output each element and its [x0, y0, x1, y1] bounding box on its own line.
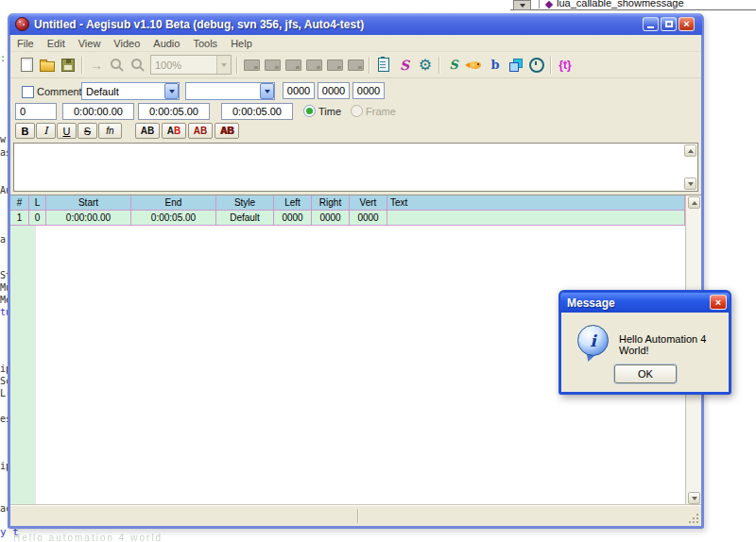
minimize-icon — [647, 26, 654, 28]
open-file-icon[interactable] — [37, 55, 58, 76]
subtitle-text-area[interactable] — [13, 143, 698, 192]
menu-item-video[interactable]: Video — [107, 38, 146, 49]
margin-field-1[interactable]: 0000 — [283, 82, 315, 99]
close-icon: × — [715, 297, 721, 308]
video-tool-icon-1 — [241, 55, 262, 76]
primary-color-button[interactable]: AB — [135, 123, 160, 139]
bold-button[interactable]: B — [15, 123, 35, 139]
grid-column-num: # — [10, 195, 29, 211]
time-radio-label: Time — [318, 106, 341, 117]
font-button[interactable]: fn — [98, 123, 122, 139]
cell-num: 1 — [10, 211, 29, 226]
margin-fields: 000000000000 — [283, 82, 385, 99]
video-tool-icon-4 — [303, 55, 324, 76]
shift-times-clock-icon[interactable] — [526, 55, 547, 76]
cell-start: 0:00:00.00 — [46, 211, 131, 226]
resize-grip[interactable] — [688, 513, 700, 525]
message-dialog: Message × i Hello Automation 4 World! OK — [558, 290, 731, 395]
zoom-in-icon — [107, 55, 128, 76]
end-time-field[interactable]: 0:00:05.00 — [138, 103, 210, 120]
actor-dropdown[interactable] — [185, 82, 275, 100]
save-file-icon[interactable] — [58, 55, 78, 76]
options-gear-icon[interactable] — [415, 55, 436, 76]
dialog-title: Message — [560, 296, 615, 310]
cell-end: 0:00:05.00 — [131, 211, 216, 226]
scroll-up-button[interactable] — [688, 196, 700, 209]
arrow-down-icon — [688, 182, 694, 186]
duration-field[interactable]: 0:00:05.00 — [221, 103, 293, 120]
grid-column-right: Right — [312, 195, 350, 211]
scroll-down-button[interactable] — [684, 178, 696, 190]
menu-item-help[interactable]: Help — [224, 38, 259, 49]
cell-text — [387, 211, 685, 226]
menu-item-audio[interactable]: Audio — [146, 38, 186, 49]
zoom-out-icon — [128, 55, 148, 76]
cell-left: 0000 — [274, 211, 312, 226]
chevron-down-icon — [520, 4, 525, 8]
new-file-icon[interactable] — [16, 55, 37, 76]
video-tool-icon-6 — [345, 55, 366, 76]
close-button[interactable]: × — [679, 17, 695, 31]
resample-resolution-icon[interactable] — [506, 55, 526, 76]
title-bar[interactable]: Untitled - Aegisub v1.10 Beta (debug, sv… — [9, 13, 702, 35]
grid-column-left: Left — [274, 195, 312, 211]
dialog-close-button[interactable]: × — [710, 295, 727, 310]
scroll-up-button[interactable] — [684, 144, 696, 157]
layer-field[interactable]: 0 — [15, 103, 57, 120]
menu-bar: FileEditViewVideoAudioToolsHelp — [10, 35, 701, 52]
dialog-message: Hello Automation 4 World! — [619, 333, 728, 356]
styling-assistant-icon[interactable]: S — [443, 55, 464, 76]
chevron-down-icon — [169, 90, 175, 93]
minimize-button[interactable] — [643, 17, 659, 31]
maximize-button[interactable] — [661, 17, 677, 31]
dialog-title-bar[interactable]: Message × — [560, 293, 730, 313]
video-tool-icon-2 — [262, 55, 283, 76]
grid-header: #LStartEndStyleLeftRightVertText — [10, 195, 685, 211]
background-ide-strip: lua_callable_showmessage — [0, 0, 756, 10]
grid-column-style: Style — [216, 195, 274, 211]
underline-button[interactable]: U — [57, 123, 77, 139]
timing-postprocessor-icon[interactable]: b — [485, 55, 506, 76]
strikeout-button[interactable]: S — [77, 123, 97, 139]
video-tool-icon-3 — [283, 55, 303, 76]
translation-assistant-fish-icon[interactable] — [464, 55, 485, 76]
ide-function-name: lua_callable_showmessage — [557, 0, 684, 8]
lua-function-icon — [545, 1, 553, 8]
toolbar-separator — [236, 57, 238, 74]
time-radio[interactable] — [303, 105, 316, 117]
properties-icon[interactable] — [373, 55, 394, 76]
grid-left-strip — [10, 226, 36, 505]
chevron-down-icon — [221, 63, 227, 67]
comment-checkbox[interactable] — [22, 86, 34, 98]
aegisub-window: Untitled - Aegisub v1.10 Beta (debug, sv… — [8, 13, 704, 529]
margin-field-3[interactable]: 0000 — [352, 82, 385, 99]
menu-item-file[interactable]: File — [10, 38, 41, 49]
scroll-down-button[interactable] — [688, 492, 700, 504]
italic-button[interactable]: I — [36, 123, 56, 139]
styles-manager-icon[interactable]: S — [394, 55, 415, 76]
grid-column-l: L — [29, 195, 46, 211]
outline-color-button[interactable]: AB — [188, 123, 213, 139]
info-icon: i — [577, 325, 609, 356]
ok-label: OK — [638, 368, 653, 380]
style-dropdown[interactable]: Default — [81, 82, 180, 100]
menu-item-tools[interactable]: Tools — [186, 38, 224, 49]
window-title: Untitled - Aegisub v1.10 Beta (debug, sv… — [34, 18, 364, 31]
ide-dropdown-button[interactable] — [513, 0, 531, 10]
margin-field-2[interactable]: 0000 — [318, 82, 350, 99]
menu-item-view[interactable]: View — [72, 38, 108, 49]
shadow-color-button[interactable]: AB — [215, 123, 239, 139]
start-time-field[interactable]: 0:00:00.00 — [62, 103, 134, 120]
toolbar-separator — [438, 57, 440, 74]
close-icon: × — [683, 19, 689, 29]
grid-column-start: Start — [46, 195, 131, 211]
menu-item-edit[interactable]: Edit — [41, 38, 72, 49]
zoom-dropdown: 100% — [150, 55, 232, 75]
secondary-color-button[interactable]: AB — [162, 123, 186, 139]
comment-label: Comment — [37, 86, 82, 97]
chevron-down-icon — [265, 90, 270, 93]
override-tag-icon[interactable]: {t} — [555, 55, 576, 76]
subtitle-row[interactable]: 100:00:00.000:00:05.00Default00000000000… — [10, 211, 685, 226]
toolbar-separator — [369, 57, 370, 74]
ok-button[interactable]: OK — [614, 364, 677, 383]
